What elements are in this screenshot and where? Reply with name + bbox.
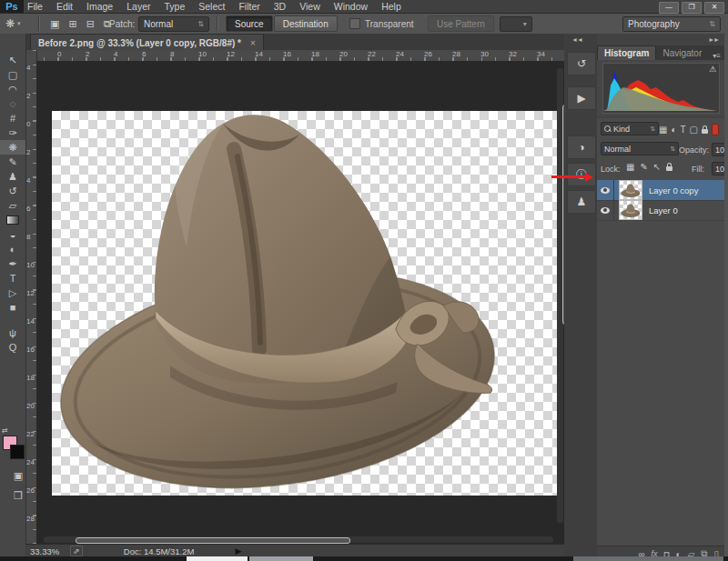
lock-buttons: ▦✎↖ — [626, 162, 672, 172]
source-button[interactable]: Source — [226, 15, 273, 32]
ruler-tick-label: 26 — [424, 50, 432, 58]
actions-panel-icon[interactable]: ▶ — [567, 86, 596, 110]
blur-tool[interactable]: ◒ — [0, 227, 25, 242]
close-button[interactable]: ✕ — [704, 2, 724, 14]
menu-file[interactable]: File — [27, 1, 43, 12]
clone-source-panel-icon[interactable]: ♟ — [567, 190, 596, 214]
blend-mode-dropdown[interactable]: Normal ⇅ — [601, 142, 679, 155]
document-tab[interactable]: Before 2.png @ 33.3% (Layer 0 copy, RGB/… — [30, 34, 264, 51]
chevron-updown-icon: ⇅ — [192, 20, 204, 28]
filter-smart-objects-icon[interactable] — [702, 129, 708, 134]
scroll-thumb[interactable] — [76, 537, 350, 544]
menu-select[interactable]: Select — [198, 1, 225, 12]
filter-pixel-layers-icon[interactable]: ▦ — [659, 125, 667, 135]
destination-button[interactable]: Destination — [274, 15, 338, 32]
menu-layer[interactable]: Layer — [126, 1, 150, 12]
zoom-tool[interactable]: Q — [0, 340, 25, 355]
histogram-image — [603, 64, 717, 111]
visibility-toggle[interactable] — [597, 200, 614, 220]
ruler-tick-label: 0 — [57, 50, 61, 58]
path-selection-tool[interactable]: ▷ — [0, 286, 25, 300]
workspace-dropdown[interactable]: Photography ⇅ — [622, 16, 721, 32]
status-bar: 33.33% ⇗ Doc: 14.5M/31.2M ▶ — [25, 544, 564, 557]
move-tool[interactable]: ↖ — [0, 53, 25, 67]
document-canvas[interactable] — [52, 111, 557, 496]
filter-adjustment-layers-icon[interactable]: ◐ — [671, 125, 676, 135]
hand-tool[interactable]: ψ — [0, 326, 25, 340]
lock-position-icon[interactable]: ↖ — [653, 162, 661, 172]
shape-tool[interactable]: ■ — [0, 300, 25, 315]
type-tool[interactable]: T — [0, 271, 25, 286]
new-selection-icon[interactable]: ▣ — [47, 18, 62, 30]
pattern-picker[interactable]: ▾ — [500, 16, 532, 32]
menu-image[interactable]: Image — [86, 1, 113, 12]
vertical-scrollbar[interactable] — [557, 68, 563, 523]
type-tool-icon: T — [10, 271, 16, 286]
shape-tool-icon: ■ — [10, 300, 16, 315]
gradient-tool[interactable] — [0, 213, 25, 227]
close-tab-icon[interactable]: × — [250, 38, 256, 48]
layer-thumbnail[interactable] — [619, 180, 642, 200]
history-panel-icon[interactable]: ↺ — [567, 52, 596, 75]
clone-source-panel-icon: ♟ — [577, 195, 587, 208]
minimize-button[interactable]: — — [659, 2, 679, 14]
background-color-swatch[interactable] — [10, 445, 25, 459]
eraser-tool[interactable]: ▱ — [0, 198, 25, 213]
ruler-tick-label: 4 — [26, 176, 30, 185]
collapse-dock-icon[interactable]: ►► — [708, 36, 719, 43]
zoom-level[interactable]: 33.33% — [30, 546, 59, 556]
patch-mode-value: Normal — [144, 19, 173, 29]
crop-tool[interactable]: # — [0, 111, 25, 125]
warning-icon[interactable]: ⚠ — [709, 65, 716, 74]
subtract-selection-icon[interactable]: ⊟ — [84, 18, 97, 30]
lasso-tool[interactable]: ◠ — [0, 82, 25, 96]
adjustments-panel-icon[interactable]: ◑ — [567, 135, 596, 159]
patch-mode-dropdown[interactable]: Normal ⇅ — [138, 16, 209, 32]
menu-edit[interactable]: Edit — [56, 1, 73, 12]
expand-dock-icon[interactable]: ◄◄ — [571, 36, 582, 43]
brush-tool[interactable]: ✎ — [0, 155, 25, 169]
horizontal-scrollbar[interactable] — [44, 536, 553, 543]
menu-filter[interactable]: Filter — [238, 1, 259, 12]
filter-toggle-slider[interactable] — [712, 124, 719, 135]
layer-row-layer-0-copy[interactable]: Layer 0 copy — [597, 180, 724, 201]
menu-window[interactable]: Window — [334, 1, 368, 12]
export-icon[interactable]: ⇗ — [70, 546, 83, 556]
layer-thumbnail[interactable] — [619, 200, 642, 220]
screen-mode-button[interactable]: ❒ — [5, 488, 31, 503]
filter-type-layers-icon[interactable]: T — [681, 125, 686, 135]
patch-tool-icon: ❋ — [8, 140, 16, 155]
eyedropper-tool[interactable]: ✑ — [0, 125, 25, 140]
swap-colors-icon[interactable]: ⇄ — [2, 426, 8, 435]
restore-button[interactable]: ❒ — [682, 2, 702, 14]
clone-stamp-tool[interactable]: ♟ — [0, 169, 25, 184]
pen-tool[interactable]: ✒ — [0, 256, 25, 271]
filter-shape-layers-icon[interactable]: ▢ — [690, 125, 698, 135]
quick-selection-tool[interactable]: ◌ — [0, 96, 25, 111]
dodge-tool[interactable]: ◐ — [0, 242, 25, 256]
tab-navigator[interactable]: Navigator — [656, 46, 708, 60]
quick-mask-button[interactable]: ▣ — [5, 468, 31, 483]
lock-pixels-icon[interactable]: ✎ — [640, 162, 647, 172]
add-selection-icon[interactable]: ⊞ — [66, 18, 79, 30]
annotation-arrow — [551, 173, 593, 182]
menu-3d[interactable]: 3D — [274, 1, 286, 12]
layer-row-layer-0[interactable]: Layer 0 — [597, 200, 724, 221]
filter-kind-dropdown[interactable]: Kind ⇅ — [601, 122, 659, 135]
menu-type[interactable]: Type — [164, 1, 185, 12]
status-flyout-icon[interactable]: ▶ — [235, 546, 241, 556]
canvas-area[interactable] — [36, 61, 564, 544]
transparent-checkbox[interactable] — [349, 18, 360, 29]
marquee-tool[interactable]: ▢ — [0, 67, 25, 82]
taskbar-strip — [0, 556, 728, 561]
history-brush-tool[interactable]: ↺ — [0, 184, 25, 198]
menu-help[interactable]: Help — [381, 1, 401, 12]
tool-preset-picker[interactable]: ❋ ▾ — [5, 14, 21, 34]
visibility-toggle[interactable] — [597, 180, 614, 200]
panel-menu-icon[interactable]: ▾≡ — [713, 52, 721, 60]
lock-transparency-icon[interactable]: ▦ — [626, 162, 634, 172]
tab-histogram[interactable]: Histogram — [597, 45, 656, 60]
patch-tool[interactable]: ❋ — [0, 140, 25, 155]
lock-all-icon[interactable] — [666, 166, 672, 171]
menu-view[interactable]: View — [299, 1, 320, 12]
